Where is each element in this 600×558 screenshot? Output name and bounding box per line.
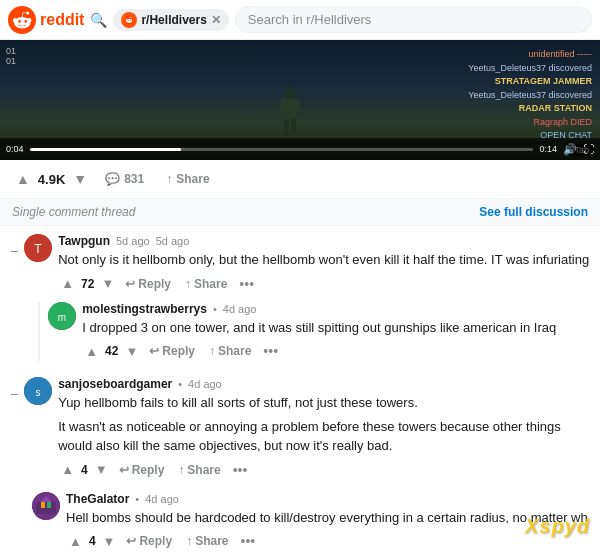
see-full-discussion-link[interactable]: See full discussion (479, 205, 588, 219)
more-galator[interactable]: ••• (236, 531, 259, 551)
time-sanjose-val: 4d ago (188, 378, 222, 390)
time-mole-val: 4d ago (223, 303, 257, 315)
collapse-thread-button[interactable]: − (8, 242, 20, 260)
reply-icon-mole: ↩ (149, 344, 159, 358)
more-mole[interactable]: ••• (259, 341, 282, 361)
comments-button[interactable]: 💬 831 (97, 168, 152, 190)
svg-rect-4 (280, 99, 286, 113)
upvote-button[interactable]: ▲ (12, 169, 34, 189)
video-overlay-text: unidentified ----- Yeetus_Deleteus37 dis… (468, 48, 592, 143)
svg-rect-6 (284, 119, 289, 135)
reply-icon-sanjose: ↩ (119, 463, 129, 477)
upvote-mole[interactable]: ▲ (82, 342, 101, 361)
votes-galator: 4 (87, 534, 98, 548)
text-sanjose-2: It wasn't as noticeable or annoying a pr… (58, 417, 592, 456)
author-tawpgun[interactable]: Tawpgun (58, 234, 110, 248)
author-sanjose[interactable]: sanjoseboardgamer (58, 377, 172, 391)
logo-text: reddit (40, 11, 84, 29)
author-mole[interactable]: molestingstrawberrys (82, 302, 207, 316)
reply-tawpgun[interactable]: ↩ Reply (119, 274, 177, 294)
svg-rect-5 (294, 99, 300, 113)
avatar-sanjose: s (24, 377, 52, 405)
more-tawpgun[interactable]: ••• (235, 274, 258, 294)
upvote-sanjose[interactable]: ▲ (58, 460, 77, 479)
reply-mole[interactable]: ↩ Reply (143, 341, 201, 361)
time-mole: • (213, 303, 217, 315)
avatar-galator (32, 492, 60, 520)
downvote-button[interactable]: ▼ (69, 169, 91, 189)
share-mole[interactable]: ↑ Share (203, 341, 257, 361)
top-nav: reddit 🔍 r/Helldivers ✕ Search in r/Hell… (0, 0, 600, 40)
avatar-mole: m (48, 302, 76, 330)
video-player[interactable]: 01 01 unidentified ----- Yeetus_Deleteus… (0, 40, 600, 160)
text-sanjose-1: Yup hellbomb fails to kill all sorts of … (58, 393, 592, 413)
comment-body-galator: TheGalator • 4d ago Hell bombs should be… (66, 492, 592, 552)
share-button[interactable]: ↑ Share (158, 168, 217, 190)
time-sanjose: • (178, 378, 182, 390)
reply-icon-tawpgun: ↩ (125, 277, 135, 291)
vote-group: ▲ 4.9K ▼ (12, 169, 91, 189)
video-controls[interactable]: 0:04 0:14 🔊 ⛶ (0, 138, 600, 160)
action-bar: ▲ 4.9K ▼ 💬 831 ↑ Share (0, 160, 600, 199)
nested-replies-tawpgun: m molestingstrawberrys • 4d ago I droppe… (38, 302, 592, 362)
subreddit-pill[interactable]: r/Helldivers ✕ (113, 9, 228, 31)
svg-rect-17 (41, 502, 45, 508)
comment-body-mole: molestingstrawberrys • 4d ago I dropped … (82, 302, 592, 362)
svg-text:m: m (58, 312, 66, 323)
video-progress-bar[interactable] (30, 148, 534, 151)
close-subreddit-icon[interactable]: ✕ (211, 13, 221, 27)
time-galator-val: 4d ago (145, 493, 179, 505)
svg-text:T: T (35, 242, 43, 256)
avatar-tawpgun: T (24, 234, 52, 262)
search-icon[interactable]: 🔍 (90, 12, 107, 28)
collapse-sanjose-button[interactable]: − (8, 385, 20, 403)
actions-mole: ▲ 42 ▼ ↩ Reply ↑ Share (82, 341, 592, 361)
video-hud: 01 01 (6, 46, 16, 66)
fullscreen-icon[interactable]: ⛶ (583, 143, 594, 155)
comment-body-sanjose: sanjoseboardgamer • 4d ago Yup hellbomb … (58, 377, 592, 480)
share-sanjose[interactable]: ↑ Share (172, 460, 226, 480)
votes-tawpgun: 72 (79, 277, 96, 291)
upvote-galator[interactable]: ▲ (66, 532, 85, 551)
time-tawpgun-val: 5d ago (156, 235, 190, 247)
author-galator[interactable]: TheGalator (66, 492, 129, 506)
search-placeholder: Search in r/Helldivers (248, 12, 372, 27)
video-duration: 0:14 (539, 144, 557, 154)
comment-body-tawpgun: Tawpgun 5d ago 5d ago Not only is it hel… (58, 234, 592, 294)
actions-galator: ▲ 4 ▼ ↩ Reply ↑ Share ••• (66, 531, 592, 551)
vote-count: 4.9K (38, 172, 65, 187)
svg-rect-7 (291, 119, 296, 135)
more-sanjose[interactable]: ••• (229, 460, 252, 480)
thread-banner: Single comment thread See full discussio… (0, 199, 600, 226)
video-time: 0:04 (6, 144, 24, 154)
svg-rect-18 (47, 502, 51, 508)
comment-top-tawpgun: T Tawpgun 5d ago 5d ago Not only is it h… (24, 234, 592, 294)
search-input[interactable]: Search in r/Helldivers (235, 6, 592, 33)
reply-galator[interactable]: ↩ Reply (120, 531, 178, 551)
downvote-mole[interactable]: ▼ (122, 342, 141, 361)
comment-galator: TheGalator • 4d ago Hell bombs should be… (8, 492, 592, 556)
share-galator[interactable]: ↑ Share (180, 531, 234, 551)
subreddit-label: r/Helldivers (141, 13, 206, 27)
comment-header-sanjose: sanjoseboardgamer • 4d ago (58, 377, 592, 391)
reddit-logo[interactable]: reddit (8, 6, 84, 34)
share-icon-mole: ↑ (209, 344, 215, 358)
svg-rect-2 (285, 87, 295, 99)
thread-label: Single comment thread (12, 205, 135, 219)
reply-icon-galator: ↩ (126, 534, 136, 548)
text-galator: Hell bombs should be hardcoded to kill/d… (66, 508, 592, 528)
comment-mole: m molestingstrawberrys • 4d ago I droppe… (48, 302, 592, 362)
upvote-tawpgun[interactable]: ▲ (58, 274, 77, 293)
video-progress-fill (30, 148, 181, 151)
downvote-sanjose[interactable]: ▼ (92, 460, 111, 479)
reply-sanjose[interactable]: ↩ Reply (113, 460, 171, 480)
comments-section: − T Tawpgun 5d ago 5d ago Not only is it… (0, 226, 600, 555)
time-galator: • (135, 493, 139, 505)
comments-count: 831 (124, 172, 144, 186)
svg-text:s: s (36, 387, 41, 398)
share-tawpgun[interactable]: ↑ Share (179, 274, 233, 294)
downvote-tawpgun[interactable]: ▼ (98, 274, 117, 293)
downvote-galator[interactable]: ▼ (100, 532, 119, 551)
volume-icon[interactable]: 🔊 (563, 143, 577, 156)
comment-top-sanjose: s sanjoseboardgamer • 4d ago Yup hellbom… (24, 377, 592, 480)
